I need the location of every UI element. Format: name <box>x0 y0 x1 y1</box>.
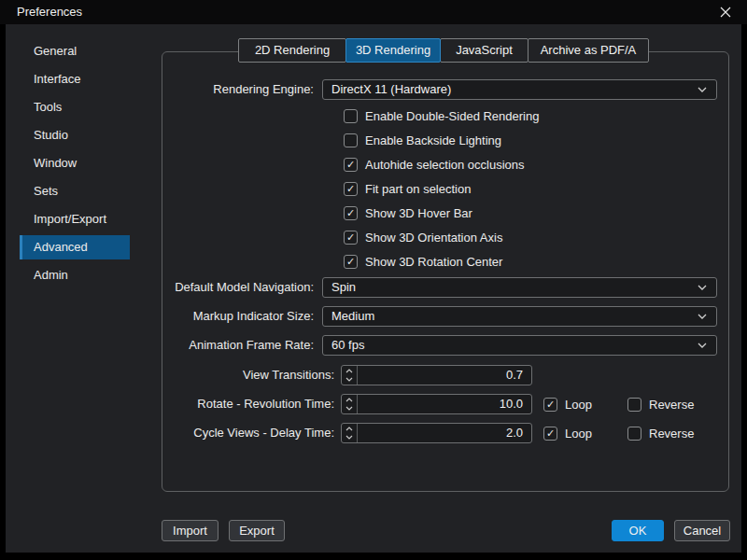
checkbox-row: Reverse <box>627 426 694 441</box>
reverse-label: Reverse <box>649 398 694 412</box>
rendering-engine-value: DirectX 11 (Hardware) <box>323 80 698 99</box>
check-icon: ✓ <box>346 231 355 244</box>
cancel-button[interactable]: Cancel <box>674 520 730 541</box>
model-navigation-select[interactable]: Spin <box>322 277 717 298</box>
rotation-center-checkbox[interactable]: ✓ <box>344 255 358 269</box>
rendering-engine-select[interactable]: DirectX 11 (Hardware) <box>322 79 717 100</box>
frame-rate-select[interactable]: 60 fps <box>322 335 717 356</box>
frame-rate-value: 60 fps <box>323 336 698 355</box>
checkbox-row: ✓ Show 3D Hover Bar <box>344 205 472 220</box>
view-transitions-label: View Transitions: <box>164 365 334 385</box>
checkbox-label: Show 3D Orientation Axis <box>365 231 502 245</box>
checkbox-row: Reverse <box>627 397 694 412</box>
markup-size-label: Markup Indicator Size: <box>164 306 314 327</box>
sidebar-item-window[interactable]: Window <box>20 151 130 175</box>
cycle-delay-label: Cycle Views - Delay Time: <box>164 423 334 443</box>
sidebar-item-advanced[interactable]: Advanced <box>20 235 130 259</box>
chevron-down-icon <box>345 435 353 440</box>
checkbox-label: Enable Backside Lighting <box>365 133 501 147</box>
chevron-up-icon <box>345 427 353 431</box>
view-transitions-spinner[interactable]: 0.7 <box>341 365 532 385</box>
import-button[interactable]: Import <box>162 520 218 541</box>
tab-3d-rendering[interactable]: 3D Rendering <box>345 38 441 63</box>
spin-buttons[interactable] <box>342 366 358 385</box>
window-title: Preferences <box>17 0 82 24</box>
cycle-reverse-checkbox[interactable] <box>627 427 641 441</box>
export-button[interactable]: Export <box>229 520 285 541</box>
check-icon: ✓ <box>346 207 355 219</box>
sidebar-item-admin[interactable]: Admin <box>20 263 130 287</box>
preferences-dialog: General Interface Tools Studio Window Se… <box>6 24 741 553</box>
cycle-delay-value: 2.0 <box>358 424 531 442</box>
sidebar-item-general[interactable]: General <box>20 39 130 63</box>
revolution-time-label: Rotate - Revolution Time: <box>164 394 334 414</box>
chevron-down-icon <box>345 406 353 411</box>
checkbox-row: Enable Double-Sided Rendering <box>344 108 539 123</box>
checkbox-label: Show 3D Rotation Center <box>365 255 502 269</box>
chevron-down-icon <box>345 377 353 382</box>
hover-bar-checkbox[interactable]: ✓ <box>344 206 358 220</box>
checkbox-row: ✓ Loop <box>543 397 592 412</box>
check-icon: ✓ <box>346 159 355 171</box>
rotate-reverse-checkbox[interactable] <box>627 398 641 412</box>
close-button[interactable] <box>713 0 738 24</box>
chevron-down-icon <box>698 87 707 92</box>
reverse-label: Reverse <box>649 427 694 441</box>
chevron-up-icon <box>345 398 353 402</box>
tab-archive-pdfa[interactable]: Archive as PDF/A <box>528 38 649 63</box>
markup-size-select[interactable]: Medium <box>322 306 717 327</box>
chevron-down-icon <box>698 343 707 348</box>
sidebar-item-interface[interactable]: Interface <box>20 67 130 91</box>
checkbox-label: Fit part on selection <box>365 182 471 196</box>
checkbox-row: ✓ Loop <box>543 426 592 441</box>
rendering-engine-label: Rendering Engine: <box>164 79 314 100</box>
spin-buttons[interactable] <box>342 424 358 442</box>
double-sided-rendering-checkbox[interactable] <box>344 109 358 123</box>
checkbox-row: Enable Backside Lighting <box>344 133 501 147</box>
frame-rate-label: Animation Frame Rate: <box>164 335 314 356</box>
fit-part-checkbox[interactable]: ✓ <box>344 182 358 196</box>
check-icon: ✓ <box>546 427 555 440</box>
chevron-down-icon <box>698 314 707 319</box>
sidebar: General Interface Tools Studio Window Se… <box>20 39 130 291</box>
cycle-loop-checkbox[interactable]: ✓ <box>543 427 557 441</box>
chevron-down-icon <box>698 285 707 290</box>
chevron-up-icon <box>345 369 353 373</box>
sidebar-item-import-export[interactable]: Import/Export <box>20 207 130 231</box>
check-icon: ✓ <box>546 399 555 411</box>
model-navigation-value: Spin <box>323 278 698 297</box>
checkbox-row: ✓ Autohide selection occlusions <box>344 157 525 172</box>
sidebar-item-studio[interactable]: Studio <box>20 123 130 147</box>
title-bar: Preferences <box>0 0 747 24</box>
tab-bar: 2D Rendering 3D Rendering JavaScript Arc… <box>238 38 649 63</box>
orientation-axis-checkbox[interactable]: ✓ <box>344 231 358 245</box>
rotate-loop-checkbox[interactable]: ✓ <box>543 398 557 412</box>
tab-2d-rendering[interactable]: 2D Rendering <box>238 38 346 63</box>
backside-lighting-checkbox[interactable] <box>344 133 358 147</box>
check-icon: ✓ <box>346 183 355 195</box>
sidebar-item-tools[interactable]: Tools <box>20 95 130 119</box>
cycle-delay-spinner[interactable]: 2.0 <box>341 423 532 443</box>
checkbox-row: ✓ Fit part on selection <box>344 181 471 196</box>
checkbox-row: ✓ Show 3D Rotation Center <box>344 254 502 269</box>
check-icon: ✓ <box>346 256 355 268</box>
checkbox-label: Enable Double-Sided Rendering <box>365 109 539 123</box>
sidebar-item-sets[interactable]: Sets <box>20 179 130 203</box>
close-icon <box>720 7 731 18</box>
spin-buttons[interactable] <box>342 395 358 413</box>
revolution-time-spinner[interactable]: 10.0 <box>341 394 532 414</box>
checkbox-label: Show 3D Hover Bar <box>365 206 472 220</box>
checkbox-row: ✓ Show 3D Orientation Axis <box>344 230 502 245</box>
checkbox-label: Autohide selection occlusions <box>365 158 525 172</box>
markup-size-value: Medium <box>323 307 698 326</box>
revolution-time-value: 10.0 <box>358 395 531 413</box>
tab-javascript[interactable]: JavaScript <box>440 38 529 63</box>
model-navigation-label: Default Model Navigation: <box>164 277 314 298</box>
ok-button[interactable]: OK <box>612 520 664 541</box>
loop-label: Loop <box>565 398 592 412</box>
autohide-occlusions-checkbox[interactable]: ✓ <box>344 158 358 172</box>
loop-label: Loop <box>565 427 592 441</box>
view-transitions-value: 0.7 <box>358 366 531 385</box>
